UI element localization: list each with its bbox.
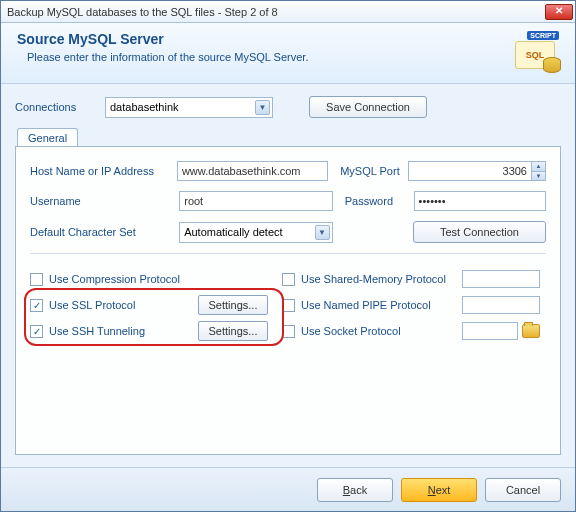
ssh-checkbox[interactable]: ✓ xyxy=(30,325,43,338)
named-pipe-input[interactable] xyxy=(462,296,540,314)
footer: Back Next Cancel xyxy=(1,467,575,511)
port-label: MySQL Port xyxy=(340,165,408,177)
connections-label: Connections xyxy=(15,101,97,113)
username-label: Username xyxy=(30,195,179,207)
spinner-up-icon[interactable]: ▲ xyxy=(532,162,545,172)
database-icon xyxy=(543,57,561,73)
page-title: Source MySQL Server xyxy=(17,31,511,47)
shared-memory-checkbox[interactable] xyxy=(282,273,295,286)
socket-checkbox[interactable] xyxy=(282,325,295,338)
protocol-options: Use Compression Protocol ✓ Use SSL Proto… xyxy=(30,266,546,344)
shared-memory-input[interactable] xyxy=(462,270,540,288)
cancel-button[interactable]: Cancel xyxy=(485,478,561,502)
sql-script-icon: SCRIPT SQL xyxy=(511,31,559,71)
tab-general[interactable]: General xyxy=(17,128,78,147)
ssl-checkbox[interactable]: ✓ xyxy=(30,299,43,312)
connections-row: Connections databasethink ▼ Save Connect… xyxy=(15,96,561,118)
chevron-down-icon[interactable]: ▼ xyxy=(315,225,330,240)
ssh-settings-button[interactable]: Settings... xyxy=(198,321,268,341)
save-connection-button[interactable]: Save Connection xyxy=(309,96,427,118)
folder-icon[interactable] xyxy=(522,324,540,338)
compression-label: Use Compression Protocol xyxy=(49,273,180,285)
header: Source MySQL Server Please enter the inf… xyxy=(1,23,575,84)
back-button[interactable]: Back xyxy=(317,478,393,502)
socket-label: Use Socket Protocol xyxy=(301,325,401,337)
username-input[interactable]: root xyxy=(179,191,332,211)
password-label: Password xyxy=(345,195,414,207)
test-connection-button[interactable]: Test Connection xyxy=(413,221,546,243)
general-panel: Host Name or IP Address www.databasethin… xyxy=(15,146,561,455)
password-input[interactable]: ••••••• xyxy=(414,191,546,211)
named-pipe-checkbox[interactable] xyxy=(282,299,295,312)
charset-dropdown[interactable]: Automatically detect ▼ xyxy=(179,222,332,243)
host-input[interactable]: www.databasethink.com xyxy=(177,161,328,181)
ssh-label: Use SSH Tunneling xyxy=(49,325,145,337)
port-spinner: ▲ ▼ xyxy=(532,161,546,181)
titlebar: Backup MySQL databases to the SQL files … xyxy=(1,1,575,23)
next-button[interactable]: Next xyxy=(401,478,477,502)
ssl-settings-button[interactable]: Settings... xyxy=(198,295,268,315)
named-pipe-label: Use Named PIPE Protocol xyxy=(301,299,431,311)
body: Connections databasethink ▼ Save Connect… xyxy=(1,84,575,467)
compression-checkbox[interactable] xyxy=(30,273,43,286)
page-subtitle: Please enter the information of the sour… xyxy=(17,51,511,63)
chevron-down-icon[interactable]: ▼ xyxy=(255,100,270,115)
wizard-window: Backup MySQL databases to the SQL files … xyxy=(0,0,576,512)
close-icon[interactable]: ✕ xyxy=(545,4,573,20)
spinner-down-icon[interactable]: ▼ xyxy=(532,172,545,181)
host-label: Host Name or IP Address xyxy=(30,165,177,177)
shared-memory-label: Use Shared-Memory Protocol xyxy=(301,273,446,285)
tab-strip: General xyxy=(15,128,561,147)
divider xyxy=(30,253,546,254)
ssl-label: Use SSL Protocol xyxy=(49,299,135,311)
window-title: Backup MySQL databases to the SQL files … xyxy=(7,6,545,18)
charset-label: Default Character Set xyxy=(30,226,179,238)
connections-dropdown[interactable]: databasethink ▼ xyxy=(105,97,273,118)
socket-input[interactable] xyxy=(462,322,518,340)
port-input[interactable]: 3306 xyxy=(408,161,532,181)
